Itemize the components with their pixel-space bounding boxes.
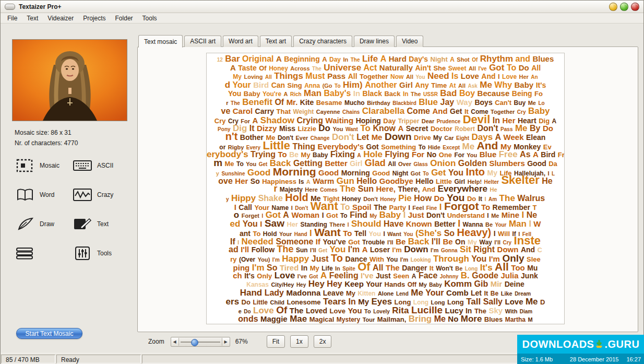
app-window: Textaizer Pro+ File Text Videaizer Proje… [0, 0, 644, 364]
date-label: 28 December 2015 [570, 356, 619, 362]
mosaic-canvas: 12 Bar Original A Beginning A Day In The… [206, 53, 565, 324]
feather-icon [15, 217, 35, 231]
mosaic-line: ry (Over You) I'm Happy Just To Dance Wi… [207, 254, 564, 263]
tool-label: ASCII [97, 162, 113, 169]
tool-label: Crazy [97, 191, 113, 198]
mosaic-line: ve Carol Carry That Weight Cayenne Chain… [207, 107, 564, 116]
mosaic-line: My Loving All Things Must Pass All Toget… [207, 72, 564, 81]
tool-word-button[interactable]: Word [15, 186, 69, 203]
zoom-controls: Zoom ◀ ▶ 67% Fit 1x 2x [137, 335, 513, 348]
tool-draw-button[interactable]: Draw [15, 216, 69, 232]
menu-text[interactable]: Text [22, 14, 43, 23]
date-time: 28 December 2015 16:27 [564, 356, 641, 362]
menu-file[interactable]: File [3, 14, 22, 23]
zoom-value: 67% [235, 338, 253, 345]
mosaic-line: ed You I Saw Her Standing There I Should… [207, 219, 564, 228]
book-icon [15, 187, 35, 202]
mosaic-line: o Forget I Got A Woman I Got To Find My … [207, 211, 564, 220]
mosaic-line: If I Needed Someone If You've Got Troubl… [207, 237, 564, 245]
zoom-2x-button[interactable]: 2x [314, 335, 332, 348]
tool-mosaic-button[interactable]: Mosaic [15, 157, 69, 174]
time-label: 16:27 [626, 356, 641, 362]
pencil-icon [73, 217, 92, 231]
start-text-mosaic-button[interactable]: Start Text Mosaic [16, 328, 82, 339]
slider-right-arrow-icon[interactable]: ▶ [222, 338, 230, 346]
mosaic-line: n't Bother Me Don't Ever Change Don't Le… [207, 133, 564, 142]
mosaic-line: ping I'm So Tired In My Life In Spite Of… [207, 263, 564, 272]
watermark-suffix: .GURU [604, 338, 639, 350]
mosaic-preview-panel: 12 Bar Original A Beginning A Day In The… [137, 46, 638, 332]
tab-word-art[interactable]: Word art [223, 36, 258, 47]
tool-label: Draw [40, 220, 54, 228]
menu-tools[interactable]: Tools [138, 14, 162, 23]
minimize-button[interactable] [609, 3, 617, 11]
memory-status: 85 / 470 MB [1, 355, 55, 363]
app-icon [5, 4, 15, 10]
watermark-name: DOWNLOADS [522, 338, 594, 350]
mosaic-line: e Do Love Of The Loved Love You To Lovel… [207, 306, 564, 315]
tab-ascii-art[interactable]: ASCII art [184, 36, 221, 47]
tab-video[interactable]: Video [396, 36, 423, 47]
menu-projects[interactable]: Projects [78, 14, 110, 23]
tool-label: Tools [97, 250, 112, 257]
tool-label: Mosaic [40, 162, 59, 169]
menu-videaizer[interactable]: Videaizer [43, 14, 78, 23]
mosaic-line: onds Maggie Mae Magical Mystery Tour Mai… [207, 315, 564, 324]
mosaic-line: d Your Bird Can Sing Anna (Go To Him) An… [207, 81, 564, 90]
tool-text-button[interactable]: Text [73, 216, 127, 232]
tool-label: Word [40, 191, 54, 198]
mosaic-line: ers Do Little Child Lonesome Tears In My… [207, 298, 564, 307]
zoom-1x-button[interactable]: 1x [290, 335, 308, 348]
slider-track[interactable] [181, 342, 220, 343]
downloads-guru-watermark: DOWNLOADS .GURU Size: 1.6 Mb 28 December… [517, 335, 644, 364]
mosaic-line: ch It's Only Love I've Got A Feeling I'v… [207, 272, 564, 280]
source-image-preview [12, 39, 127, 121]
menu-bar: File Text Videaizer Projects Folder Tool… [1, 13, 643, 24]
slider-left-arrow-icon[interactable]: ◀ [171, 338, 179, 346]
ready-status: Ready [56, 355, 141, 363]
mosaic-line: A Taste Of Honey Across The Universe Act… [207, 64, 564, 73]
tab-text-art[interactable]: Text art [260, 36, 292, 47]
zoom-label: Zoom [148, 338, 164, 345]
mosaic-line: m Me To You Get Back Getting Better Girl… [207, 159, 564, 168]
char-count-label: Nr. of characters: 4770 [15, 139, 78, 147]
keyboard-icon [73, 158, 92, 173]
tool-film-button[interactable] [15, 245, 69, 262]
sliders-icon [73, 246, 92, 261]
preview-image [13, 40, 127, 121]
download-arrow-icon [594, 339, 604, 349]
fit-button[interactable]: Fit [267, 335, 285, 348]
window-title: Textaizer Pro+ [19, 3, 61, 10]
mosaic-line: 12 Bar Original A Beginning A Day In The… [207, 55, 564, 64]
title-bar: Textaizer Pro+ [1, 1, 643, 13]
mosaic-line: ove Her So Happiness Is A Warm Gun Hello… [207, 176, 564, 185]
tab-crazy-characters[interactable]: Crazy characters [293, 36, 352, 47]
tool-tools-button[interactable]: Tools [73, 245, 127, 262]
tool-crazy-button[interactable]: Crazy [73, 186, 127, 203]
tool-ascii-button[interactable]: ASCII [73, 157, 127, 174]
mosaic-line: ant To Hold Your Hand I Want To Tell You… [207, 228, 564, 237]
film-icon [15, 246, 35, 261]
close-button[interactable] [631, 3, 639, 11]
tab-strip: Text mosaic ASCII art Word art Text art … [138, 36, 423, 47]
menu-folder[interactable]: Folder [111, 14, 138, 23]
tool-grid: Mosaic ASCII Word Crazy Draw [15, 157, 127, 262]
waveform-icon [73, 187, 92, 202]
window-controls [609, 3, 639, 11]
watermark-text: DOWNLOADS .GURU [517, 335, 644, 354]
tool-label: Text [97, 220, 109, 228]
tab-text-mosaic[interactable]: Text mosaic [138, 35, 183, 48]
mosaic-line: Cry Cry For A Shadow Crying Waiting Hopi… [207, 115, 564, 124]
maximize-button[interactable] [620, 3, 628, 11]
tab-draw-lines[interactable]: Draw lines [354, 36, 395, 47]
file-size-label: Size: 1.6 Mb [521, 356, 553, 362]
mosaic-size-label: Mosaic size: 86 x 31 [15, 129, 71, 136]
zoom-slider[interactable]: ◀ ▶ [171, 337, 230, 347]
watermark-status-strip: Size: 1.6 Mb 28 December 2015 16:27 [517, 354, 644, 364]
mosaic-line: y Hippy Shake Hold Me Tight Honey Don't … [207, 194, 564, 203]
slider-thumb[interactable] [191, 339, 198, 346]
mosaic-icon [15, 158, 35, 173]
